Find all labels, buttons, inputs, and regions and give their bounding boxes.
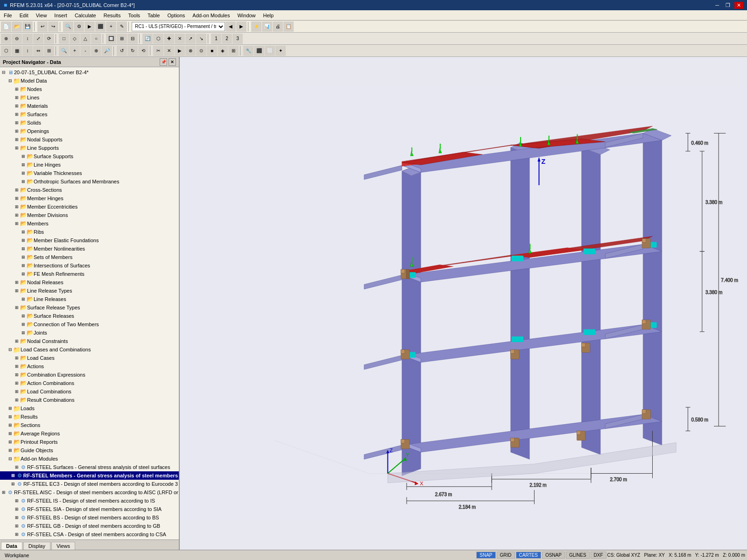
tree-item-load-combinations[interactable]: ⊞ 📂 Load Combinations <box>0 387 179 396</box>
expand-load-combinations[interactable]: ⊞ <box>14 389 20 394</box>
tree-item-root[interactable]: ⊟ 🖥 20-07-15_DLUBAL Corner B2-4* <box>0 68 179 77</box>
expand-result-combinations[interactable]: ⊞ <box>14 397 20 403</box>
expand-line-release-types[interactable]: ⊞ <box>14 288 20 294</box>
expand-connection-two-members[interactable]: ⊞ <box>21 322 26 327</box>
tb2-20[interactable]: 2 <box>222 34 232 44</box>
glines-button[interactable]: GLINES <box>566 552 590 559</box>
tree-item-surface-releases[interactable]: ⊞ 📂 Surface Releases <box>0 312 179 320</box>
tab-views[interactable]: Views <box>51 542 75 550</box>
expand-rf-steel-members[interactable]: ⊞ <box>10 473 16 478</box>
menu-window[interactable]: Window <box>233 12 259 19</box>
tb2-2[interactable]: ⊖ <box>12 34 22 44</box>
expand-addon-modules[interactable]: ⊟ <box>7 456 13 462</box>
tree-item-rf-steel-aisc[interactable]: ⊞ ⚙ RF-STEEL AISC - Design of steel memb… <box>0 488 179 497</box>
tb-save[interactable]: 💾 <box>22 21 33 32</box>
expand-member-nonlinearities[interactable]: ⊞ <box>21 246 26 252</box>
menu-file[interactable]: File <box>0 12 16 19</box>
tb2-10[interactable]: 🔲 <box>106 34 116 44</box>
tb2-4[interactable]: ⤢ <box>33 34 43 44</box>
expand-actions[interactable]: ⊞ <box>14 364 20 369</box>
tb3-24[interactable]: ⬜ <box>265 46 275 56</box>
tb3-8[interactable]: - <box>80 46 91 56</box>
tree-item-member-nonlinearities[interactable]: ⊞ 📂 Member Nonlinearities <box>0 245 179 253</box>
load-case-combo[interactable]: RC1 - ULS (STR/GEO) - Permanent / tran <box>132 22 225 31</box>
expand-orthotropic[interactable]: ⊞ <box>21 179 26 184</box>
tree-item-nodal-supports[interactable]: ⊞ 📂 Nodal Supports <box>0 135 179 144</box>
menu-edit[interactable]: Edit <box>16 12 32 19</box>
tb3-6[interactable]: 🔍 <box>59 46 69 56</box>
tb2-1[interactable]: ⊕ <box>1 34 11 44</box>
tb3-21[interactable]: ⊞ <box>228 46 239 56</box>
expand-average-regions[interactable]: ⊞ <box>7 431 13 436</box>
tree-item-surface-release-types[interactable]: ⊞ 📂 Surface Release Types <box>0 303 179 312</box>
tb-btn8[interactable]: ✎ <box>117 21 127 32</box>
tree-item-solids[interactable]: ⊞ 📂 Solids <box>0 119 179 127</box>
expand-rf-steel-surfaces[interactable]: ⊞ <box>14 464 20 470</box>
tb3-5[interactable]: ⊞ <box>44 46 54 56</box>
tree-item-rf-steel-surfaces[interactable]: ⊞ ⚙ RF-STEEL Surfaces - General stress a… <box>0 463 179 471</box>
expand-nodes[interactable]: ⊞ <box>14 86 20 92</box>
tb3-16[interactable]: ▶ <box>175 46 185 56</box>
expand-surface-release-types[interactable]: ⊞ <box>14 305 20 310</box>
tb2-12[interactable]: ⊟ <box>127 34 138 44</box>
expand-sets-of-members[interactable]: ⊞ <box>21 254 26 260</box>
expand-rf-steel-aisc[interactable]: ⊞ <box>1 490 7 495</box>
tree-item-rf-steel-is[interactable]: ⊞ ⚙ RF-STEEL IS - Design of steel member… <box>0 497 179 505</box>
osnap-button[interactable]: OSNAP <box>542 552 565 559</box>
tree-item-materials[interactable]: ⊞ 📂 Materials <box>0 102 179 110</box>
tb2-13[interactable]: 🔄 <box>142 34 153 44</box>
tree-item-line-hinges[interactable]: ⊞ 📂 Line Hinges <box>0 161 179 169</box>
tb3-13[interactable]: ⟲ <box>138 46 148 56</box>
tb2-17[interactable]: ↗ <box>185 34 196 44</box>
tb3-11[interactable]: ↺ <box>117 46 127 56</box>
tree-item-intersections[interactable]: ⊞ 📂 Intersections of Surfaces <box>0 261 179 270</box>
view-area[interactable]: Z X Y Z <box>180 57 747 550</box>
expand-surfaces[interactable]: ⊞ <box>14 112 20 117</box>
expand-member-eccentricities[interactable]: ⊞ <box>14 204 20 210</box>
grid-button[interactable]: GRID <box>497 552 515 559</box>
expand-solids[interactable]: ⊞ <box>14 120 20 126</box>
expand-line-releases[interactable]: ⊞ <box>21 296 26 302</box>
expand-root[interactable]: ⊟ <box>1 70 7 75</box>
expand-surface-supports[interactable]: ⊞ <box>21 154 26 159</box>
tree-item-members[interactable]: ⊞ 📂 Members <box>0 219 179 228</box>
tree-item-printout-reports[interactable]: ⊞ 📂 Printout Reports <box>0 438 179 446</box>
menu-tools[interactable]: Tools <box>124 12 144 19</box>
cartes-button[interactable]: CARTES <box>516 552 541 559</box>
tb2-14[interactable]: ⬡ <box>153 34 163 44</box>
tree-item-rf-steel-gb[interactable]: ⊞ ⚙ RF-STEEL GB - Design of steel member… <box>0 522 179 530</box>
tree-item-loads[interactable]: ⊞ 📁 Loads <box>0 404 179 413</box>
close-button[interactable]: ✕ <box>734 2 743 9</box>
tree-item-member-elastic-foundations[interactable]: ⊞ 📂 Member Elastic Foundations <box>0 236 179 245</box>
tree-item-nodal-releases[interactable]: ⊞ 📂 Nodal Releases <box>0 278 179 287</box>
tree-item-cross-sections[interactable]: ⊞ 📂 Cross-Sections <box>0 186 179 194</box>
tree-item-member-divisions[interactable]: ⊞ 📂 Member Divisions <box>0 211 179 219</box>
expand-rf-steel-is[interactable]: ⊞ <box>14 498 20 504</box>
expand-fe-mesh[interactable]: ⊞ <box>21 271 26 277</box>
tree-item-fe-mesh[interactable]: ⊞ 📂 FE Mesh Refinements <box>0 270 179 278</box>
tb3-3[interactable]: ↕ <box>22 46 33 56</box>
tb3-23[interactable]: ⬛ <box>254 46 264 56</box>
tb3-12[interactable]: ↻ <box>127 46 138 56</box>
menu-results[interactable]: Results <box>100 12 125 19</box>
dxf-button[interactable]: DXF <box>591 552 606 559</box>
tree-item-actions[interactable]: ⊞ 📂 Actions <box>0 362 179 371</box>
tree-item-surfaces[interactable]: ⊞ 📂 Surfaces <box>0 110 179 119</box>
expand-lines[interactable]: ⊞ <box>14 95 20 100</box>
expand-members[interactable]: ⊞ <box>14 221 20 226</box>
expand-printout-reports[interactable]: ⊞ <box>7 439 13 445</box>
tb3-2[interactable]: ▦ <box>12 46 22 56</box>
expand-action-combinations[interactable]: ⊞ <box>14 380 20 386</box>
tree-item-results[interactable]: ⊞ 📁 Results <box>0 413 179 421</box>
expand-line-hinges[interactable]: ⊞ <box>21 162 26 168</box>
menu-calculate[interactable]: Calculate <box>71 12 100 19</box>
tree-item-line-supports[interactable]: ⊞ 📂 Line Supports <box>0 144 179 152</box>
tb3-15[interactable]: ✕ <box>164 46 174 56</box>
tb-redo[interactable]: ↪ <box>48 21 58 32</box>
tree-item-line-releases[interactable]: ⊞ 📂 Line Releases <box>0 295 179 303</box>
expand-load-cases-comb[interactable]: ⊟ <box>7 347 13 352</box>
expand-load-cases[interactable]: ⊞ <box>14 355 20 361</box>
tb2-8[interactable]: △ <box>80 34 91 44</box>
snap-button[interactable]: SNAP <box>476 552 495 559</box>
minimize-button[interactable]: ─ <box>713 2 721 9</box>
